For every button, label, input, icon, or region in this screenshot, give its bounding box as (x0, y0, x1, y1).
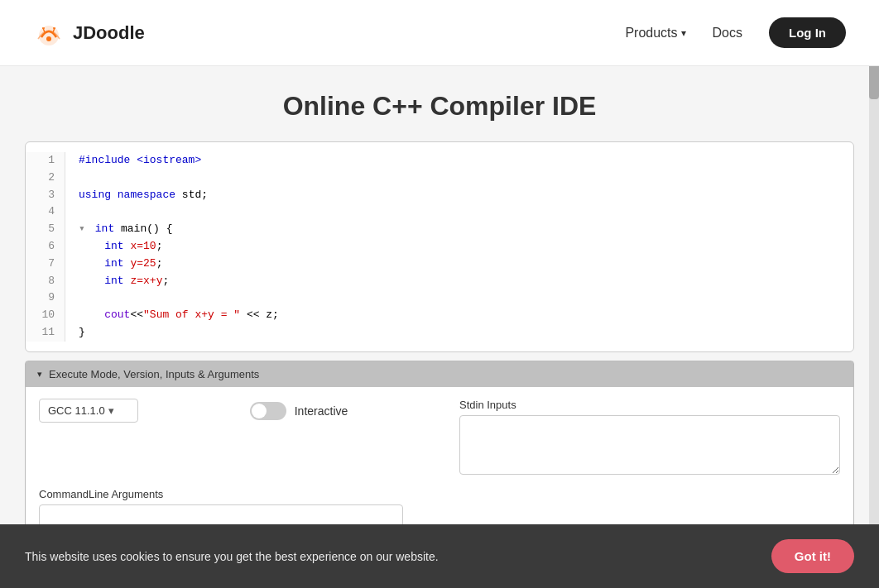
line-numbers: 1 2 3 4 5 6 7 8 9 10 11 (26, 152, 65, 342)
code-line-1: #include <iostream> (79, 152, 840, 170)
code-line-6: int x=10; (79, 238, 840, 256)
code-area[interactable]: 1 2 3 4 5 6 7 8 9 10 11 #include <iostre… (26, 142, 853, 351)
scrollbar[interactable] (869, 0, 879, 588)
code-editor[interactable]: 1 2 3 4 5 6 7 8 9 10 11 #include <iostre… (25, 141, 854, 352)
header: JDoodle Products ▾ Docs Log In (0, 0, 879, 66)
docs-nav[interactable]: Docs (713, 26, 742, 41)
nav: Products ▾ Docs Log In (625, 17, 846, 48)
code-line-3: using namespace std; (79, 187, 840, 204)
page-title: Online C++ Compiler IDE (17, 91, 862, 122)
main-content: Online C++ Compiler IDE 1 2 3 4 5 6 7 8 … (0, 66, 879, 588)
cmdline-label: CommandLine Arguments (39, 488, 840, 500)
products-chevron-icon: ▾ (681, 27, 686, 39)
stdin-input[interactable] (459, 415, 840, 475)
login-button[interactable]: Log In (769, 17, 846, 48)
version-arrow-icon: ▾ (108, 404, 114, 417)
interactive-toggle[interactable] (250, 402, 286, 420)
cookie-message: This website uses cookies to ensure you … (25, 550, 439, 563)
logo-area: JDoodle (33, 17, 145, 49)
code-line-4 (79, 203, 840, 221)
code-line-8: int z=x+y; (79, 273, 840, 290)
code-line-10: cout<<"Sum of x+y = " << z; (79, 307, 840, 324)
collapse-arrow-icon[interactable]: ▾ (79, 221, 89, 238)
execute-center: Interactive (155, 399, 443, 420)
logo-text: JDoodle (73, 22, 145, 44)
execute-right: Stdin Inputs (459, 399, 840, 478)
products-label: Products (625, 26, 677, 41)
stdin-label: Stdin Inputs (459, 399, 840, 411)
logo-icon (33, 17, 65, 49)
code-line-2 (79, 170, 840, 187)
interactive-label: Interactive (295, 404, 348, 418)
code-line-5: ▾ int main() { (79, 221, 840, 238)
code-line-7: int y=25; (79, 256, 840, 273)
version-label: GCC 11.1.0 (48, 404, 105, 417)
execute-left: GCC 11.1.0 ▾ (39, 399, 138, 423)
got-it-button[interactable]: Got it! (771, 539, 854, 573)
execute-row: GCC 11.1.0 ▾ Interactive Stdin Inputs (39, 399, 840, 478)
execute-header-label: Execute Mode, Version, Inputs & Argument… (49, 368, 259, 380)
version-selector[interactable]: GCC 11.1.0 ▾ (39, 399, 138, 423)
execute-collapse-icon: ▾ (37, 369, 42, 380)
code-line-9 (79, 289, 840, 307)
cookie-banner: This website uses cookies to ensure you … (0, 524, 879, 588)
code-content[interactable]: #include <iostream> using namespace std;… (65, 152, 853, 342)
svg-point-1 (46, 36, 51, 41)
execute-panel-header[interactable]: ▾ Execute Mode, Version, Inputs & Argume… (26, 361, 853, 387)
code-line-11: } (79, 324, 840, 342)
interactive-row: Interactive (155, 402, 443, 420)
products-nav[interactable]: Products ▾ (625, 26, 685, 41)
docs-label: Docs (713, 26, 742, 41)
